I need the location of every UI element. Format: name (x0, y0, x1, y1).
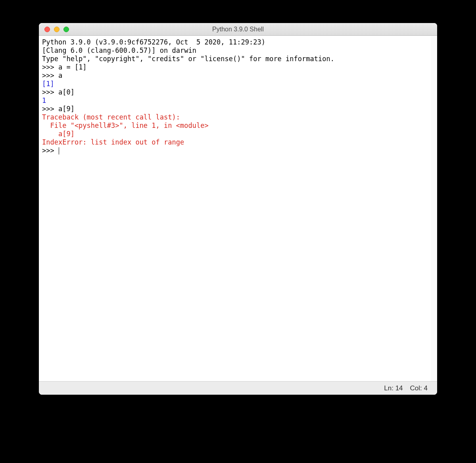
status-col-number: Col: 4 (410, 384, 428, 392)
shell-console[interactable]: Python 3.9.0 (v3.9.0:9cf6752276, Oct 5 2… (39, 36, 437, 381)
window-controls (39, 27, 69, 32)
close-icon[interactable] (44, 27, 50, 32)
banner-line: Type "help", "copyright", "credits" or "… (42, 55, 334, 63)
banner-line: [Clang 6.0 (clang-600.0.57)] on darwin (42, 46, 196, 54)
code-input: a[0] (58, 88, 75, 96)
titlebar[interactable]: Python 3.9.0 Shell (39, 23, 437, 36)
output-line: [1] (42, 80, 54, 88)
error-line: a[9] (42, 130, 75, 138)
text-cursor (59, 147, 59, 154)
python-shell-window: Python 3.9.0 Shell Python 3.9.0 (v3.9.0:… (39, 23, 437, 395)
code-input: a (58, 71, 62, 79)
error-line: IndexError: list index out of range (42, 138, 184, 146)
banner-line: Python 3.9.0 (v3.9.0:9cf6752276, Oct 5 2… (42, 38, 269, 46)
status-bar: Ln: 14 Col: 4 (39, 381, 437, 395)
maximize-icon[interactable] (63, 27, 69, 32)
status-line-number: Ln: 14 (384, 384, 403, 392)
window-title: Python 3.9.0 Shell (39, 26, 437, 33)
error-line: File "<pyshell#3>", line 1, in <module> (42, 122, 209, 129)
prompt: >>> (42, 147, 58, 154)
prompt: >>> (42, 63, 58, 71)
prompt: >>> (42, 71, 58, 79)
code-input: a[9] (58, 105, 75, 113)
prompt: >>> (42, 88, 58, 96)
output-line: 1 (42, 96, 46, 104)
minimize-icon[interactable] (54, 27, 60, 32)
error-line: Traceback (most recent call last): (42, 113, 180, 121)
prompt: >>> (42, 105, 58, 113)
code-input: a = [1] (58, 63, 87, 71)
scrollbar-track[interactable] (431, 36, 437, 381)
